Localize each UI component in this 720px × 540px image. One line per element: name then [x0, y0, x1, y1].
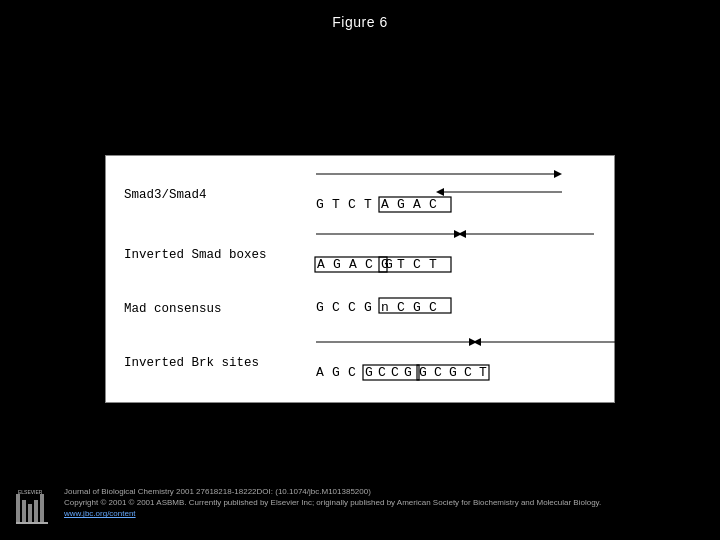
diagram-inverted-brk: A G C G C C G G C G C T — [314, 338, 634, 388]
elsevier-logo: ELSEVIER — [10, 486, 54, 530]
journal-link[interactable]: www.jbc.org/content — [64, 509, 136, 518]
svg-text:C: C — [332, 300, 340, 315]
figure-area: Smad3/Smad4 G T C T A — [105, 155, 615, 403]
svg-text:T: T — [397, 257, 405, 272]
row-mad-consensus: Mad consensus G C C G n C G C — [124, 290, 596, 328]
svg-rect-60 — [40, 494, 44, 522]
svg-text:G: G — [404, 365, 412, 380]
svg-rect-58 — [28, 504, 32, 522]
label-smad3-smad4: Smad3/Smad4 — [124, 188, 314, 202]
svg-marker-3 — [436, 188, 444, 196]
diagram-inverted-smad: A G A C G G T C T — [314, 230, 604, 280]
svg-text:G: G — [333, 257, 341, 272]
svg-rect-61 — [16, 522, 48, 524]
svg-text:C: C — [434, 365, 442, 380]
footer-text-block: Journal of Biological Chemistry 2001 276… — [64, 486, 664, 520]
svg-text:A: A — [381, 197, 389, 212]
svg-marker-40 — [473, 338, 481, 346]
svg-text:C: C — [397, 300, 405, 315]
diagram-mad-consensus: G C C G n C G C — [314, 293, 596, 325]
svg-text:G: G — [381, 257, 389, 272]
svg-text:C: C — [348, 300, 356, 315]
svg-text:T: T — [479, 365, 487, 380]
svg-text:G: G — [449, 365, 457, 380]
svg-text:n: n — [381, 300, 389, 315]
svg-text:C: C — [413, 257, 421, 272]
svg-text:T: T — [364, 197, 372, 212]
label-inverted-smad: Inverted Smad boxes — [124, 248, 314, 262]
svg-text:C: C — [348, 365, 356, 380]
svg-marker-1 — [554, 170, 562, 178]
svg-mad-consensus: G C C G n C G C — [314, 293, 564, 321]
svg-text:A: A — [316, 365, 324, 380]
svg-text:G: G — [413, 300, 421, 315]
svg-text:C: C — [365, 257, 373, 272]
svg-text:G: G — [397, 197, 405, 212]
svg-inverted-smad: A G A C G G T C T — [314, 230, 604, 276]
figure-title: Figure 6 — [0, 0, 720, 30]
label-inverted-brk: Inverted Brk sites — [124, 356, 314, 370]
svg-text:C: C — [348, 197, 356, 212]
row-inverted-smad: Inverted Smad boxes A G A C G — [124, 230, 596, 280]
svg-rect-59 — [34, 500, 38, 522]
row-inverted-brk: Inverted Brk sites A G C G C C G — [124, 338, 596, 388]
copyright-text: Copyright © 2001 © 2001 ASBMB. Currently… — [64, 498, 601, 507]
svg-marker-16 — [458, 230, 466, 238]
svg-text:T: T — [332, 197, 340, 212]
svg-text:C: C — [429, 197, 437, 212]
diagram-smad3-smad4: G T C T A G A C — [314, 170, 596, 220]
svg-inverted-brk: A G C G C C G G C G C T — [314, 338, 634, 384]
svg-text:C: C — [464, 365, 472, 380]
label-mad-consensus: Mad consensus — [124, 302, 314, 316]
svg-text:C: C — [378, 365, 386, 380]
svg-text:ELSEVIER: ELSEVIER — [18, 489, 43, 495]
svg-rect-57 — [22, 500, 26, 522]
svg-text:G: G — [332, 365, 340, 380]
svg-text:G: G — [364, 300, 372, 315]
journal-citation: Journal of Biological Chemistry 2001 276… — [64, 487, 371, 496]
svg-text:C: C — [429, 300, 437, 315]
svg-text:G: G — [316, 300, 324, 315]
footer: ELSEVIER Journal of Biological Chemistry… — [10, 486, 664, 530]
svg-text:G: G — [419, 365, 427, 380]
svg-text:G: G — [316, 197, 324, 212]
svg-text:T: T — [429, 257, 437, 272]
svg-text:A: A — [413, 197, 421, 212]
svg-text:A: A — [317, 257, 325, 272]
row-smad3-smad4: Smad3/Smad4 G T C T A — [124, 170, 596, 220]
svg-rect-56 — [16, 494, 20, 522]
svg-smad3-smad4: G T C T A G A C — [314, 170, 584, 216]
svg-text:C: C — [391, 365, 399, 380]
svg-text:A: A — [349, 257, 357, 272]
svg-text:G: G — [365, 365, 373, 380]
